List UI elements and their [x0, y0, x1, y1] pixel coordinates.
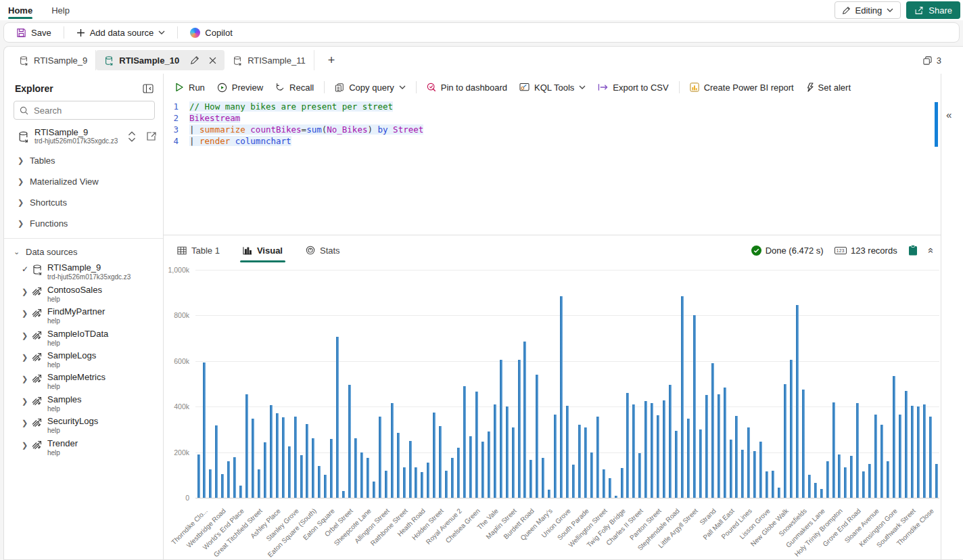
data-source-name: ContosoSales [47, 285, 102, 296]
chart-bar [796, 305, 799, 498]
new-tab-button[interactable]: + [324, 53, 339, 68]
workspace-body: Explorer RTISample_9 trd-hjut526m017k35x… [4, 74, 963, 559]
tree-item-tables[interactable]: ❯Tables [4, 150, 163, 171]
chart-bar [693, 315, 696, 498]
copy-results-button[interactable] [908, 245, 918, 256]
chart-bar [669, 385, 672, 498]
chevron-right-icon: ❯ [18, 219, 23, 228]
results-tab-stats[interactable]: Stats [299, 236, 347, 264]
chart-bar [615, 496, 617, 498]
data-source-item[interactable]: ❯ Samples help [4, 393, 163, 415]
chevron-right-icon: ❯ [18, 177, 23, 186]
save-button[interactable]: Save [9, 24, 58, 41]
pin-to-dashboard-button[interactable]: Pin to dashboard [421, 77, 513, 97]
kql-editor[interactable]: 1// How many bikes are present per stree… [164, 101, 941, 235]
editor-line[interactable]: 3| summarize countBikes=sum(No_Bikes) by… [164, 124, 941, 135]
chart-bar [324, 475, 327, 498]
search-box[interactable] [14, 101, 155, 120]
tab-rtisample-11[interactable]: RTISample_11 [225, 50, 314, 70]
create-power-bi-button[interactable]: Create Power BI report [684, 77, 800, 97]
chart-bar [415, 467, 417, 498]
chart-bar [433, 413, 436, 498]
data-source-sub: help [47, 317, 105, 325]
tree-item-functions[interactable]: ❯Functions [4, 213, 163, 234]
collapse-results-button[interactable]: « [929, 245, 934, 256]
chart-bar [506, 406, 509, 498]
success-check-icon [751, 246, 761, 256]
copy-query-button[interactable]: Copy query [329, 77, 411, 97]
data-source-item[interactable]: ❯ FindMyPartner help [4, 305, 163, 327]
data-source-item[interactable]: ❯ SecurityLogs help [4, 415, 163, 436]
data-source-item[interactable]: ❯ SampleLogs help [4, 349, 163, 371]
menu-help[interactable]: Help [51, 0, 70, 20]
tree-item-shortcuts[interactable]: ❯Shortcuts [4, 192, 163, 213]
data-source-item-selected[interactable]: ✓ RTISample_9 trd-hjut526m017k35xgdc.z3 [4, 261, 163, 283]
preview-button[interactable]: Preview [211, 77, 269, 97]
editor-line[interactable]: 2Bikestream [164, 112, 941, 124]
eventhouse-icon [32, 352, 43, 362]
menu-help-label: Help [51, 5, 70, 16]
chart-bar [638, 453, 641, 498]
chart-bar [772, 471, 774, 498]
explorer-panel: Explorer RTISample_9 trd-hjut526m017k35x… [4, 74, 164, 559]
tab-rtisample-10[interactable]: RTISample_10 [96, 50, 225, 70]
close-tab-icon[interactable] [209, 57, 216, 64]
copilot-button[interactable]: Copilot [183, 24, 239, 41]
chevron-right-icon: ❯ [22, 441, 27, 450]
chart-bar [518, 360, 521, 498]
tab-label: RTISample_11 [248, 55, 306, 66]
chevron-right-icon: ❯ [22, 287, 27, 296]
toolbar-divider [679, 81, 680, 93]
kql-tools-button[interactable]: KQL Tools [513, 77, 592, 97]
editor-scrollbar[interactable] [935, 102, 938, 147]
menu-home[interactable]: Home [8, 0, 32, 20]
chart-bar [741, 450, 744, 498]
run-button[interactable]: Run [169, 77, 211, 97]
add-data-source-button[interactable]: Add data source [70, 24, 172, 41]
editor-line[interactable]: 4| render columnchart [164, 135, 941, 147]
chart-bar [306, 424, 308, 498]
active-database-row[interactable]: RTISample_9 trd-hjut526m017k35xgdc.z3 [4, 125, 163, 150]
open-in-new-icon[interactable] [147, 132, 156, 141]
rename-tab-icon[interactable] [190, 55, 199, 65]
chart-bar [523, 342, 526, 498]
recall-button[interactable]: Recall [269, 77, 320, 97]
chart-bar [264, 442, 266, 498]
tab-count-button[interactable]: 3 [922, 55, 956, 66]
gridline [195, 270, 939, 271]
collapse-panel-icon[interactable] [143, 84, 154, 93]
search-input[interactable] [34, 106, 135, 116]
results-tab-table1[interactable]: Table 1 [170, 236, 227, 264]
chart-bar [360, 452, 363, 498]
data-source-name: SampleMetrics [47, 373, 105, 383]
results-tab-visual[interactable]: Visual [236, 236, 289, 264]
data-source-item[interactable]: ❯ SampleMetrics help [4, 371, 163, 392]
tree-item-label: Functions [30, 218, 68, 229]
set-alert-label: Set alert [818, 83, 851, 93]
eventhouse-icon [32, 417, 43, 427]
tree-item-materialized-view[interactable]: ❯Materialized View [4, 171, 163, 192]
database-id: trd-hjut526m017k35xgdc.z3 [34, 137, 122, 145]
switch-database-icon[interactable] [128, 131, 136, 142]
status-done-label: Done (6.472 s) [766, 246, 824, 256]
set-alert-button[interactable]: Set alert [800, 77, 857, 97]
run-icon [175, 83, 184, 92]
editing-label: Editing [855, 5, 883, 16]
data-source-item[interactable]: ❯ Trender help [4, 437, 163, 459]
export-csv-button[interactable]: Export to CSV [592, 77, 674, 97]
data-sources-header[interactable]: ⌄ Data sources [4, 243, 163, 261]
y-axis-tick-label: 1,000k [168, 266, 189, 274]
y-axis-tick-label: 0 [185, 494, 189, 502]
chart-bar [893, 376, 895, 498]
share-button[interactable]: Share [906, 1, 960, 19]
chart-bar [373, 482, 375, 498]
editing-button[interactable]: Editing [835, 1, 901, 19]
add-data-source-label: Add data source [90, 28, 154, 38]
data-source-item[interactable]: ❯ ContosoSales help [4, 283, 163, 305]
collapse-pane-button[interactable]: « [946, 109, 952, 120]
data-source-item[interactable]: ❯ SampleIoTData help [4, 327, 163, 349]
tab-rtisample-9[interactable]: RTISample_9 [11, 50, 96, 70]
editor-line[interactable]: 1// How many bikes are present per stree… [164, 101, 941, 112]
share-icon [914, 6, 924, 15]
chevron-down-icon [399, 85, 406, 89]
